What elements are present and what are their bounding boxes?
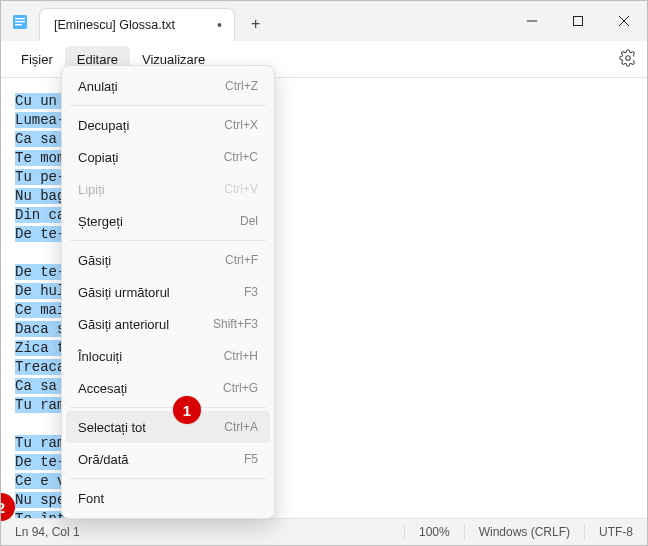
window-controls bbox=[509, 1, 647, 41]
menu-item-g-si-i[interactable]: GăsițiCtrl+F bbox=[66, 244, 270, 276]
status-zoom[interactable]: 100% bbox=[405, 525, 464, 539]
edit-menu-dropdown: AnulațiCtrl+ZDecupațiCtrl+XCopiațiCtrl+C… bbox=[61, 65, 275, 519]
maximize-button[interactable] bbox=[555, 1, 601, 41]
menu-item-g-si-i-anteriorul[interactable]: Găsiți anteriorulShift+F3 bbox=[66, 308, 270, 340]
callout-badge-1: 1 bbox=[173, 396, 201, 424]
menu-item-decupa-i[interactable]: DecupațiCtrl+X bbox=[66, 109, 270, 141]
status-position: Ln 94, Col 1 bbox=[1, 525, 94, 539]
title-bar: [Eminescu] Glossa.txt • + bbox=[1, 1, 647, 41]
menu-item-lipi-i: LipițiCtrl+V bbox=[66, 173, 270, 205]
menu-item--terge-i[interactable]: ȘtergețiDel bbox=[66, 205, 270, 237]
notepad-icon bbox=[11, 13, 29, 31]
menu-fișier[interactable]: Fișier bbox=[9, 46, 65, 73]
tab[interactable]: [Eminescu] Glossa.txt • bbox=[39, 8, 235, 41]
menu-item-or-dat-[interactable]: Oră/datăF5 bbox=[66, 443, 270, 475]
menu-item-g-si-i-urm-torul[interactable]: Găsiți următorulF3 bbox=[66, 276, 270, 308]
settings-button[interactable] bbox=[619, 49, 637, 70]
status-bar: Ln 94, Col 1 100% Windows (CRLF) UTF-8 bbox=[1, 518, 647, 545]
close-button[interactable] bbox=[601, 1, 647, 41]
status-encoding[interactable]: UTF-8 bbox=[585, 525, 647, 539]
svg-rect-1 bbox=[15, 18, 25, 19]
tab-title: [Eminescu] Glossa.txt bbox=[54, 18, 175, 32]
menu-item--nlocui-i[interactable]: ÎnlocuițiCtrl+H bbox=[66, 340, 270, 372]
menu-item-copia-i[interactable]: CopiațiCtrl+C bbox=[66, 141, 270, 173]
app-window: [Eminescu] Glossa.txt • + FișierEditareV… bbox=[0, 0, 648, 546]
new-tab-button[interactable]: + bbox=[241, 9, 271, 39]
menu-item-anula-i[interactable]: AnulațiCtrl+Z bbox=[66, 70, 270, 102]
minimize-button[interactable] bbox=[509, 1, 555, 41]
svg-point-8 bbox=[626, 56, 631, 61]
svg-rect-2 bbox=[15, 21, 25, 22]
status-line-ending[interactable]: Windows (CRLF) bbox=[465, 525, 584, 539]
svg-rect-3 bbox=[15, 24, 22, 25]
menu-item-selecta-i-tot[interactable]: Selectați totCtrl+A bbox=[66, 411, 270, 443]
menu-item-font[interactable]: Font bbox=[66, 482, 270, 514]
tab-modified-indicator: • bbox=[215, 17, 224, 33]
menu-item-accesa-i[interactable]: AccesațiCtrl+G bbox=[66, 372, 270, 404]
svg-rect-5 bbox=[574, 17, 583, 26]
